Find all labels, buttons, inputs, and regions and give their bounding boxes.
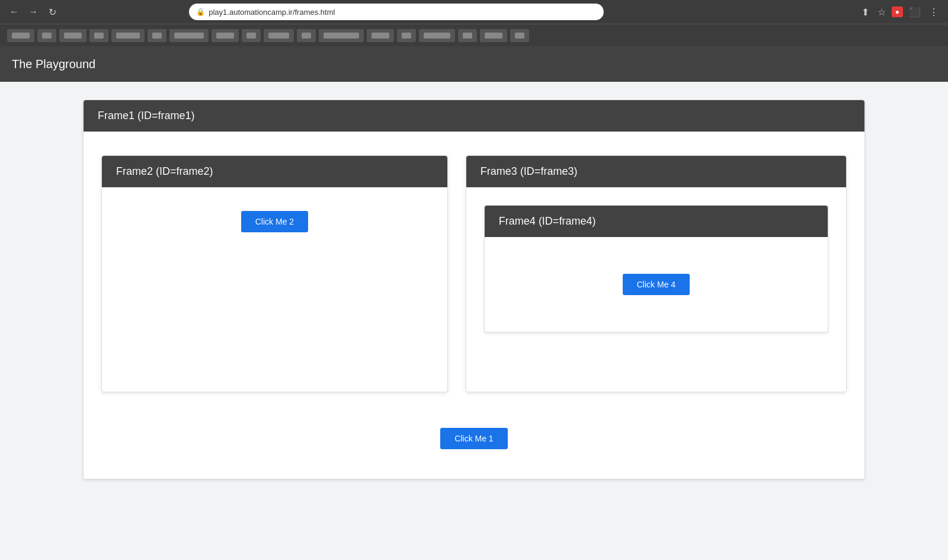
bookmark-button[interactable]: ☆	[875, 4, 888, 20]
main-content: Frame1 (ID=frame1) Frame2 (ID=frame2) Cl…	[0, 82, 948, 560]
bookmark-item[interactable]	[397, 29, 416, 42]
browser-chrome: ← → ↻ 🔒 play1.automationcamp.ir/frames.h…	[0, 0, 948, 46]
bookmark-item[interactable]	[367, 29, 394, 42]
frame2-header: Frame2 (ID=frame2)	[102, 156, 447, 187]
frame1-container: Frame1 (ID=frame1) Frame2 (ID=frame2) Cl…	[83, 100, 865, 479]
frame1-header: Frame1 (ID=frame1)	[84, 100, 864, 132]
bookmark-item[interactable]	[480, 29, 507, 42]
click-me-4-button[interactable]: Click Me 4	[623, 274, 690, 295]
click-me-2-button[interactable]: Click Me 2	[241, 211, 308, 232]
bookmark-item[interactable]	[264, 29, 294, 42]
bookmark-item[interactable]	[297, 29, 316, 42]
lock-icon: 🔒	[196, 8, 205, 16]
address-bar[interactable]: 🔒 play1.automationcamp.ir/frames.html	[189, 4, 604, 20]
frame3-body: Frame4 (ID=frame4) Click Me 4	[466, 187, 846, 389]
frame1-bottom: Click Me 1	[84, 416, 864, 479]
forward-button[interactable]: →	[26, 5, 40, 19]
reload-button[interactable]: ↻	[45, 5, 59, 19]
page-title: The Playground	[12, 57, 95, 71]
bookmark-item[interactable]	[212, 29, 239, 42]
frame2-body: Click Me 2	[102, 187, 447, 389]
bookmark-item[interactable]	[169, 29, 209, 42]
bookmark-item[interactable]	[59, 29, 87, 42]
bookmark-item[interactable]	[111, 29, 145, 42]
frame3-header: Frame3 (ID=frame3)	[466, 156, 846, 187]
browser-actions: ⬆ ☆ ● ⬛ ⋮	[859, 4, 941, 20]
profile-button[interactable]: ●	[892, 7, 903, 17]
frame2-container: Frame2 (ID=frame2) Click Me 2	[101, 155, 448, 392]
bookmark-item[interactable]	[37, 29, 56, 42]
bookmark-item[interactable]	[510, 29, 529, 42]
bookmark-item[interactable]	[7, 29, 34, 42]
frame4-header: Frame4 (ID=frame4)	[485, 206, 828, 237]
frame4-body: Click Me 4	[485, 237, 828, 332]
bookmark-item[interactable]	[89, 29, 108, 42]
extension-button[interactable]: ⬛	[907, 4, 923, 20]
browser-titlebar: ← → ↻ 🔒 play1.automationcamp.ir/frames.h…	[0, 0, 948, 24]
page-header: The Playground	[0, 46, 948, 82]
frame4-container: Frame4 (ID=frame4) Click Me 4	[484, 205, 828, 332]
back-button[interactable]: ←	[7, 5, 21, 19]
click-me-1-button[interactable]: Click Me 1	[440, 428, 507, 449]
share-button[interactable]: ⬆	[859, 4, 872, 20]
url-text: play1.automationcamp.ir/frames.html	[209, 8, 335, 17]
bookmark-item[interactable]	[148, 29, 166, 42]
menu-button[interactable]: ⋮	[927, 4, 941, 20]
bookmark-item[interactable]	[319, 29, 364, 42]
bookmark-item[interactable]	[419, 29, 455, 42]
frame1-body: Frame2 (ID=frame2) Click Me 2 Frame3 (ID…	[84, 132, 864, 416]
bookmarks-bar	[0, 24, 948, 46]
frame3-container: Frame3 (ID=frame3) Frame4 (ID=frame4) Cl…	[466, 155, 847, 392]
bookmark-item[interactable]	[242, 29, 261, 42]
bookmark-item[interactable]	[458, 29, 477, 42]
